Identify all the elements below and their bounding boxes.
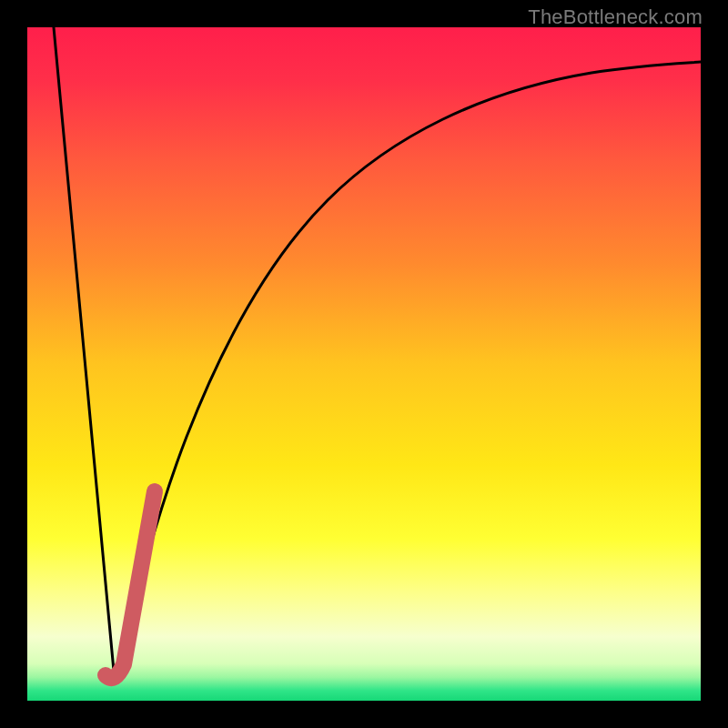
chart-frame: TheBottleneck.com <box>0 0 728 728</box>
plot-area <box>27 27 701 701</box>
watermark-text: TheBottleneck.com <box>528 5 703 29</box>
right-branch-line <box>115 62 701 681</box>
left-branch-line <box>54 27 115 681</box>
curve-layer <box>27 27 701 701</box>
